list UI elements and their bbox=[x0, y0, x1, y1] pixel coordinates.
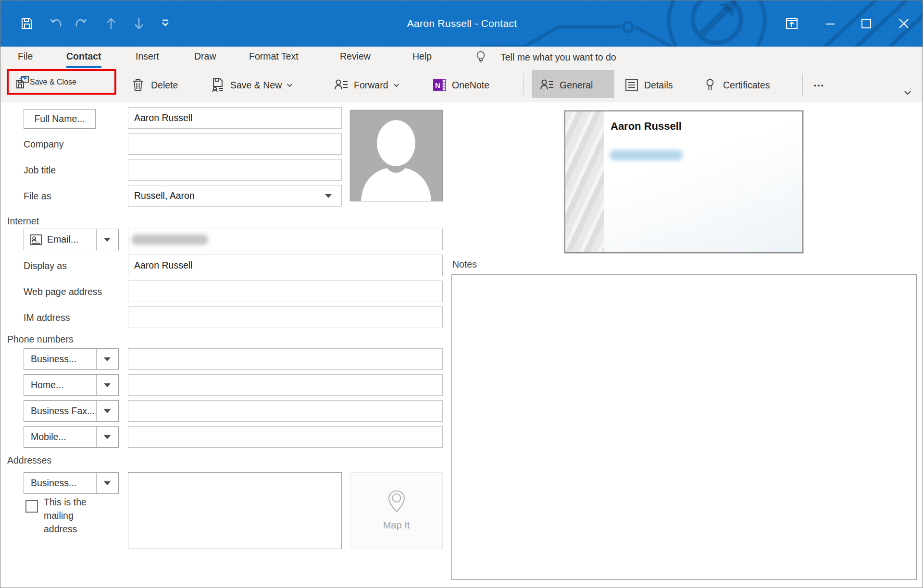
phone-type-label: Business... bbox=[31, 354, 76, 365]
forward-dropdown-chevron[interactable] bbox=[393, 82, 400, 89]
delete-icon bbox=[131, 78, 146, 92]
company-label: Company bbox=[24, 139, 63, 150]
internet-section-header: Internet bbox=[7, 216, 39, 227]
save-new-dropdown-chevron[interactable] bbox=[286, 82, 293, 89]
contact-photo-placeholder[interactable] bbox=[350, 110, 443, 201]
close-icon[interactable] bbox=[897, 17, 911, 30]
collapse-ribbon-chevron-icon[interactable] bbox=[902, 89, 914, 100]
menu-file[interactable]: File bbox=[18, 47, 33, 66]
menu-help[interactable]: Help bbox=[412, 47, 432, 66]
web-page-label: Web page address bbox=[24, 286, 102, 297]
phone-type-label: Business Fax... bbox=[31, 405, 95, 416]
phone-dropdown-icon[interactable] bbox=[104, 383, 111, 387]
save-close-label: Save & Close bbox=[30, 78, 76, 86]
onenote-button[interactable]: N OneNote bbox=[432, 72, 489, 98]
phone-input-business-fax[interactable] bbox=[128, 400, 443, 422]
outlook-contact-window: Aaron Russell - Contact File Contact Ins… bbox=[0, 0, 923, 588]
phone-dropdown-icon[interactable] bbox=[104, 409, 111, 413]
business-card-name: Aaron Russell bbox=[611, 120, 682, 133]
save-new-icon bbox=[211, 78, 225, 92]
popout-icon[interactable] bbox=[785, 17, 798, 30]
details-button[interactable]: Details bbox=[624, 72, 673, 98]
menu-bar: File Contact Insert Draw Format Text Rev… bbox=[0, 47, 923, 68]
display-as-input[interactable]: Aaron Russell bbox=[128, 255, 443, 276]
ribbon: Save & Close Delete Save & New bbox=[0, 68, 923, 102]
certificates-icon bbox=[703, 78, 718, 92]
split-divider bbox=[96, 375, 97, 395]
onenote-label: OneNote bbox=[452, 80, 489, 91]
file-as-label: File as bbox=[24, 191, 51, 202]
email-dropdown-icon[interactable] bbox=[104, 238, 111, 242]
save-close-icon bbox=[15, 75, 30, 89]
menu-review[interactable]: Review bbox=[340, 47, 371, 66]
file-as-dropdown-icon[interactable] bbox=[325, 194, 332, 198]
job-title-label: Job title bbox=[24, 165, 56, 176]
im-address-label: IM address bbox=[24, 312, 70, 323]
full-name-button[interactable]: Full Name... bbox=[24, 109, 96, 129]
ribbon-separator bbox=[802, 74, 803, 96]
details-icon bbox=[624, 78, 639, 92]
redacted-email-value bbox=[131, 234, 208, 245]
maximize-icon[interactable] bbox=[860, 17, 873, 30]
map-it-button[interactable]: Map It bbox=[350, 472, 443, 549]
phone-type-label: Home... bbox=[31, 380, 63, 391]
save-new-label: Save & New bbox=[230, 80, 282, 91]
delete-button[interactable]: Delete bbox=[131, 72, 178, 98]
phone-type-button-mobile[interactable]: Mobile... bbox=[24, 426, 119, 448]
address-textarea[interactable] bbox=[128, 472, 342, 549]
general-tab-button[interactable]: General bbox=[540, 72, 593, 98]
mailing-address-checkbox[interactable] bbox=[25, 500, 38, 513]
im-address-input[interactable] bbox=[128, 306, 443, 328]
mailing-address-label: This is the mailing address bbox=[44, 495, 106, 536]
email-button[interactable]: Email... bbox=[24, 229, 119, 250]
notes-textarea[interactable] bbox=[451, 274, 917, 580]
menu-format-text[interactable]: Format Text bbox=[249, 47, 299, 66]
more-commands-button[interactable]: ••• bbox=[814, 72, 825, 98]
web-page-input[interactable] bbox=[128, 281, 443, 302]
title-bar: Aaron Russell - Contact bbox=[0, 0, 923, 47]
phone-dropdown-icon[interactable] bbox=[104, 357, 111, 361]
email-input[interactable] bbox=[128, 229, 443, 250]
minimize-icon[interactable] bbox=[823, 17, 837, 30]
address-dropdown-icon[interactable] bbox=[104, 481, 111, 485]
phone-input-business[interactable] bbox=[128, 348, 443, 370]
forward-button[interactable]: Forward bbox=[334, 72, 400, 98]
phone-dropdown-icon[interactable] bbox=[104, 435, 111, 439]
map-pin-icon bbox=[386, 489, 407, 514]
tell-me-box[interactable]: Tell me what you want to do bbox=[500, 47, 616, 68]
split-divider bbox=[96, 427, 97, 447]
addresses-section-header: Addresses bbox=[7, 455, 51, 466]
address-type-button[interactable]: Business... bbox=[24, 472, 119, 494]
svg-text:N: N bbox=[435, 81, 440, 89]
ribbon-separator bbox=[524, 74, 524, 96]
full-name-input[interactable]: Aaron Russell bbox=[128, 107, 342, 129]
map-it-label: Map It bbox=[350, 520, 442, 531]
phone-type-button-business-fax[interactable]: Business Fax... bbox=[24, 400, 119, 422]
menu-contact[interactable]: Contact bbox=[66, 47, 101, 68]
file-as-value: Russell, Aaron bbox=[134, 190, 195, 201]
company-input[interactable] bbox=[128, 133, 342, 155]
delete-label: Delete bbox=[151, 80, 178, 91]
lightbulb-icon bbox=[474, 50, 487, 64]
phone-type-button-business[interactable]: Business... bbox=[24, 348, 119, 370]
save-and-close-button[interactable]: Save & Close bbox=[7, 69, 116, 95]
details-label: Details bbox=[644, 80, 673, 91]
forward-contact-icon bbox=[334, 78, 349, 92]
menu-draw[interactable]: Draw bbox=[194, 47, 216, 66]
email-button-label: Email... bbox=[47, 234, 78, 245]
phone-input-home[interactable] bbox=[128, 374, 443, 396]
certificates-button[interactable]: Certificates bbox=[703, 72, 770, 98]
split-divider bbox=[96, 401, 97, 421]
phone-type-label: Mobile... bbox=[31, 431, 66, 442]
menu-insert[interactable]: Insert bbox=[136, 47, 159, 66]
general-label: General bbox=[560, 80, 593, 91]
onenote-icon: N bbox=[432, 78, 447, 92]
save-and-new-button[interactable]: Save & New bbox=[211, 72, 293, 98]
business-card-redacted-email bbox=[610, 150, 683, 160]
contact-card-icon bbox=[30, 234, 42, 245]
job-title-input[interactable] bbox=[128, 159, 342, 181]
file-as-combobox[interactable]: Russell, Aaron bbox=[128, 185, 342, 207]
phone-input-mobile[interactable] bbox=[128, 426, 443, 448]
address-type-label: Business... bbox=[31, 478, 76, 489]
phone-type-button-home[interactable]: Home... bbox=[24, 374, 119, 396]
